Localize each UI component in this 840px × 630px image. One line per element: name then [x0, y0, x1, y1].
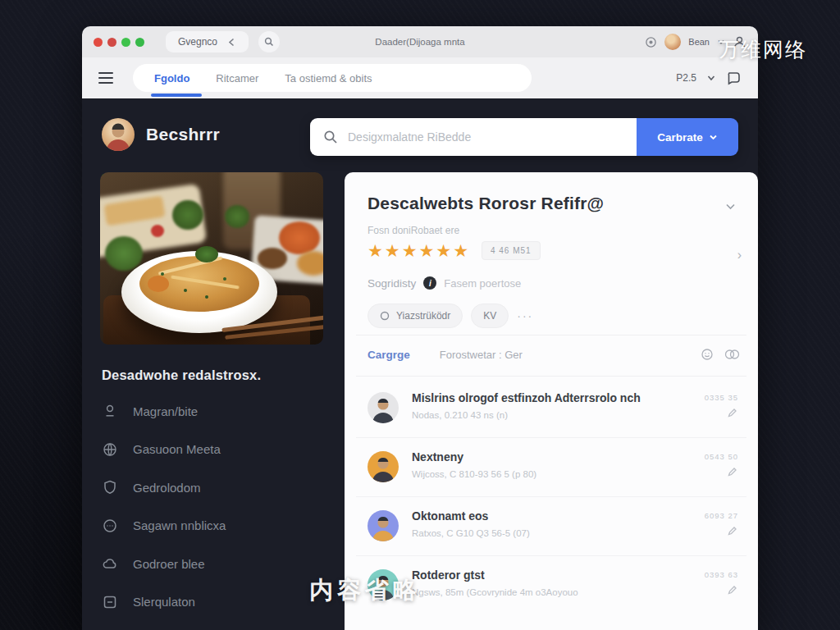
menu-icon[interactable]: [98, 72, 113, 84]
user-name: Becshrrr: [146, 125, 220, 144]
cloud-icon: [102, 555, 118, 572]
reviewer-name: Mislrins olrogof estfinzoh Adterrsrolo n…: [412, 391, 641, 404]
sidebar-item-slerqulaton[interactable]: Slerqulaton: [102, 583, 323, 622]
meta-label: Sogridisty: [368, 277, 416, 290]
sidebar-item-godroer[interactable]: Godroer blee: [102, 545, 323, 583]
shield-icon: [102, 479, 118, 495]
avatar[interactable]: [102, 118, 135, 151]
carbrate-button[interactable]: Carbrate: [637, 118, 738, 156]
more-tags[interactable]: ···: [517, 309, 533, 322]
review-detail: Ngsws, 85m (Gcovrynide 4m o3Aoyouo: [412, 587, 578, 597]
user-icon: [102, 403, 118, 419]
edit-icon[interactable]: [728, 583, 737, 598]
watermark-top-right: 万维网络: [719, 36, 807, 63]
review-meta: 0543 50: [705, 452, 738, 461]
zoom-level: P2.5: [676, 72, 696, 84]
tab-search-button[interactable]: [258, 31, 280, 52]
rating-row: ★★★★★★ 4 46 M51: [368, 241, 541, 260]
tab-ritcamer[interactable]: Ritcamer: [216, 72, 258, 84]
toolbar-tabs: Fgoldo Ritcamer Ta ostiemd & obits: [133, 64, 532, 92]
chat-icon: [102, 518, 118, 534]
reviewer-name: Oktonamt eos: [412, 509, 488, 523]
close-window-button[interactable]: [94, 38, 103, 47]
extra-window-button[interactable]: [135, 38, 144, 47]
browser-tab-title: Gvegnco: [178, 36, 217, 48]
sidebar-section-title: Desadwohe redalstrosx.: [102, 368, 261, 383]
review-meta: 0335 35: [705, 393, 738, 402]
browser-window: Gvegnco Daader(Dijoaga mnta Bean Fgoldo …: [82, 26, 758, 630]
globe-dot-icon[interactable]: [645, 36, 657, 48]
review-detail: Nodas, 0.210 43 ns (n): [412, 410, 508, 420]
review-row[interactable]: Oktonamt eos Ratxos, C G10 Q3 56-5 (07) …: [356, 497, 746, 556]
rating-badge: 4 46 M51: [482, 241, 541, 260]
divider: [356, 376, 746, 377]
smiley-icon[interactable]: [701, 348, 714, 361]
account-avatar[interactable]: [664, 34, 681, 50]
sidebar-item-gedrolodom[interactable]: Gedrolodom: [102, 468, 323, 507]
tag-circle-icon: [380, 311, 390, 321]
sidebar-item-sagawn[interactable]: Sagawn nnblicxa: [102, 507, 323, 546]
active-tab-underline: [151, 94, 202, 97]
review-detail: Wijcoss, C 810-93 56 5 (p 80): [412, 469, 536, 479]
search-input[interactable]: [348, 130, 623, 144]
review-tools: [701, 348, 740, 361]
reviews-tab-row: Cargrge Forostwetar : Ger: [368, 348, 740, 361]
edit-icon[interactable]: [728, 406, 737, 421]
tag-pill-1[interactable]: Yiazstrüködr: [368, 304, 463, 328]
next-chevron-icon[interactable]: ›: [737, 248, 742, 262]
sidebar-item-gasuoon-meeta[interactable]: Gasuoon Meeta: [102, 431, 323, 469]
reviewer-avatar: [368, 392, 399, 423]
chevron-down-icon[interactable]: [706, 73, 716, 83]
divider: [356, 335, 746, 336]
search-icon: [323, 130, 338, 144]
app-toolbar: Fgoldo Ritcamer Ta ostiemd & obits P2.5: [82, 57, 758, 98]
info-badge[interactable]: i: [423, 276, 436, 290]
search-box: [310, 118, 637, 156]
account-label: Bean: [688, 37, 710, 47]
search-bar: Carbrate: [310, 118, 738, 156]
avatar-face: [102, 118, 135, 151]
watermark-bottom-center: 内容省略: [309, 574, 421, 607]
star-rating: ★★★★★★: [368, 242, 470, 259]
tab-fgoldo[interactable]: Fgoldo: [154, 72, 189, 84]
detail-card: Descalwebts Rorosr Refifr@ Fosn doniRoba…: [345, 172, 758, 630]
tab-forostwetar[interactable]: Forostwetar : Ger: [440, 349, 523, 361]
notification-bubble-icon[interactable]: [726, 71, 742, 86]
review-detail: Ratxos, C G10 Q3 56-5 (07): [412, 528, 530, 538]
edit-icon[interactable]: [728, 524, 737, 539]
browser-chrome: Gvegnco Daader(Dijoaga mnta Bean: [82, 26, 758, 57]
review-meta: 0393 63: [705, 570, 738, 579]
maximize-window-button[interactable]: [121, 38, 130, 47]
back-icon[interactable]: [227, 38, 236, 47]
minimize-window-button[interactable]: [107, 38, 116, 47]
coins-icon[interactable]: [724, 348, 740, 361]
review-row[interactable]: Mislrins olrogof estfinzoh Adterrsrolo n…: [356, 379, 746, 438]
collapse-chevron-icon[interactable]: [724, 200, 737, 216]
tag-pill-2[interactable]: KV: [471, 304, 509, 328]
review-meta: 6093 27: [705, 511, 738, 520]
photo-parsley: [105, 236, 143, 271]
note-icon: [102, 594, 118, 610]
food-photo[interactable]: [100, 172, 323, 345]
tag-row: Yiazstrüködr KV ···: [368, 304, 533, 328]
review-row[interactable]: Nextneny Wijcoss, C 810-93 56 5 (p 80) 0…: [356, 438, 746, 497]
browser-tab[interactable]: Gvegnco: [166, 31, 249, 52]
window-controls: [94, 38, 144, 47]
edit-icon[interactable]: [728, 465, 737, 480]
meta-row: Sogridisty i Fasem poertose: [368, 276, 521, 290]
globe-icon: [102, 441, 118, 458]
chevron-down-icon: [709, 133, 718, 142]
page: Gvegnco Daader(Dijoaga mnta Bean Fgoldo …: [0, 0, 840, 630]
carbrate-button-label: Carbrate: [657, 131, 703, 144]
address-bar[interactable]: Daader(Dijoaga mnta: [375, 37, 464, 47]
reviewer-avatar: [368, 451, 399, 482]
reviewer-avatar: [368, 510, 399, 541]
reviewer-name: Rotderor gtst: [412, 568, 485, 582]
tab-cargrge[interactable]: Cargrge: [368, 349, 410, 361]
sidebar-item-magranbite[interactable]: Magran/bite: [102, 392, 323, 431]
restaurant-title: Descalwebts Rorosr Refifr@: [368, 194, 604, 213]
reviewer-name: Nextneny: [412, 450, 463, 463]
tab-ostiemd[interactable]: Ta ostiemd & obits: [285, 72, 372, 84]
toolbar-right-cluster: P2.5: [676, 71, 742, 86]
meta-text: Fasem poertose: [444, 277, 521, 290]
